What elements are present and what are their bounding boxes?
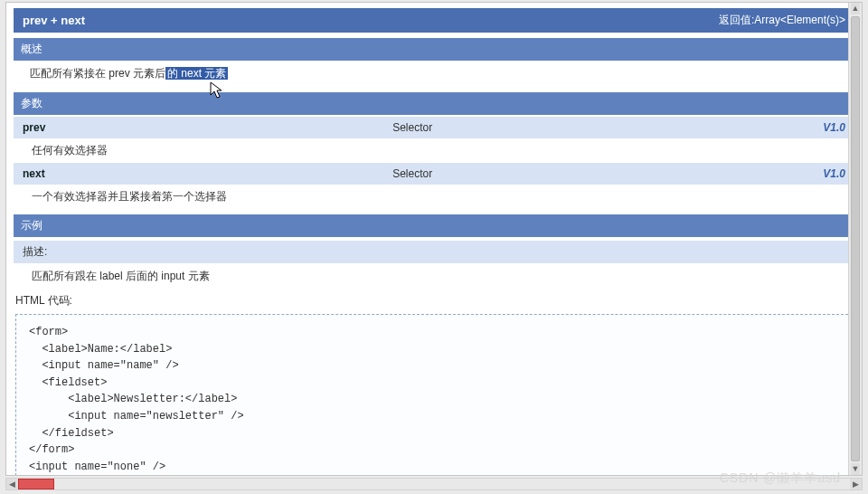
param-version: V1.0: [703, 117, 854, 138]
scroll-up-arrow-icon[interactable]: ▲: [851, 3, 860, 14]
overview-text: 匹配所有紧接在 prev 元素后的 next 元素: [14, 61, 854, 87]
horizontal-scroll-thumb[interactable]: [18, 479, 54, 489]
param-version: V1.0: [703, 163, 854, 185]
overview-section-bar: 概述: [14, 38, 854, 61]
param-row-next: next Selector V1.0: [14, 163, 854, 185]
viewport: prev + next 返回值:Array<Element(s)> 概述 匹配所…: [0, 0, 868, 494]
document-frame: prev + next 返回值:Array<Element(s)> 概述 匹配所…: [5, 2, 863, 476]
html-code-block[interactable]: <form> <label>Name:</label> <input name=…: [15, 314, 853, 476]
example-section-bar: 示例: [14, 214, 854, 237]
params-section-bar: 参数: [14, 92, 854, 115]
param-type: Selector: [383, 117, 703, 138]
param-desc-next: 一个有效选择器并且紧接着第一个选择器: [14, 185, 854, 209]
param-desc-text: 一个有效选择器并且紧接着第一个选择器: [14, 185, 854, 209]
page-title: prev + next: [23, 14, 85, 27]
vertical-scroll-thumb[interactable]: [851, 16, 860, 461]
param-desc-prev: 任何有效选择器: [14, 138, 854, 163]
return-type: 返回值:Array<Element(s)>: [719, 13, 845, 28]
watermark: CSDN @懒羊羊asd: [720, 470, 841, 487]
scroll-left-arrow-icon[interactable]: ◀: [6, 479, 18, 489]
document-content: prev + next 返回值:Array<Element(s)> 概述 匹配所…: [6, 3, 862, 475]
title-bar: prev + next 返回值:Array<Element(s)>: [14, 8, 854, 33]
example-subhead: 描述:: [14, 241, 854, 263]
scroll-right-arrow-icon[interactable]: ▶: [850, 479, 862, 489]
param-name: next: [14, 163, 383, 185]
param-row-prev: prev Selector V1.0: [14, 117, 854, 138]
params-table: prev Selector V1.0 任何有效选择器 next Selector…: [14, 117, 854, 209]
param-desc-text: 任何有效选择器: [14, 138, 854, 163]
overview-text-highlight: 的 next 元素: [165, 67, 228, 80]
overview-text-pre: 匹配所有紧接在 prev 元素后: [30, 67, 165, 80]
param-name: prev: [14, 117, 383, 138]
example-desc: 匹配所有跟在 label 后面的 input 元素: [14, 263, 854, 290]
scroll-down-arrow-icon[interactable]: ▼: [851, 463, 860, 475]
html-code-label: HTML 代码:: [14, 290, 854, 310]
vertical-scrollbar[interactable]: ▲ ▼: [848, 3, 862, 475]
param-type: Selector: [383, 163, 703, 185]
